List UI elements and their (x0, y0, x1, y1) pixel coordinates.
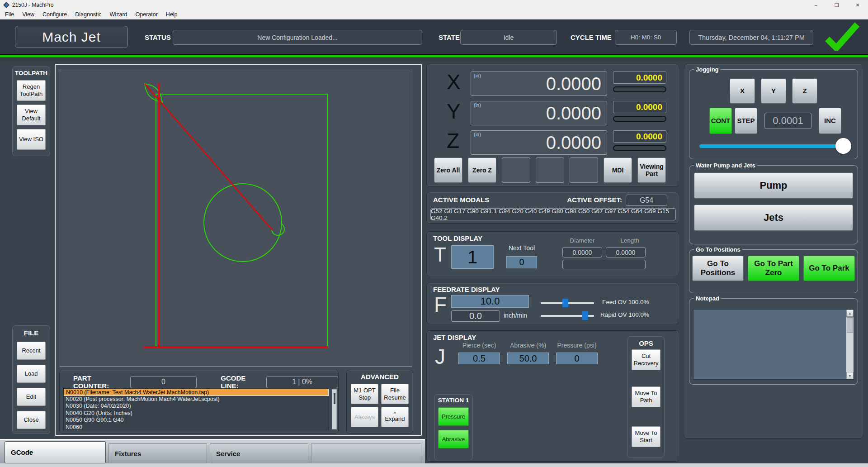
file-recent-button[interactable]: Recent (17, 342, 46, 360)
dro-x-offset-value: 0.0000 (636, 73, 662, 83)
gcode-list-item[interactable]: N0060 (64, 424, 329, 431)
jog-speed-thumb[interactable] (835, 138, 851, 154)
app-icon (3, 2, 9, 8)
menu-bar: File View Configure Diagnostic Wizard Op… (0, 10, 868, 19)
notepad-textarea[interactable]: ▲ ▼ (693, 309, 854, 380)
menu-diagnostic[interactable]: Diagnostic (71, 11, 105, 18)
file-load-button[interactable]: Load (17, 365, 46, 383)
window-title: 2150J - MachPro (12, 2, 53, 8)
rapid-ov-label: Rapid OV 100.0% (600, 311, 649, 318)
next-tool-value[interactable]: 0 (506, 256, 537, 268)
cut-recovery-button[interactable]: Cut Recovery (632, 349, 660, 370)
dro-z[interactable]: (in) 0.0000 (471, 130, 607, 155)
menu-wizard[interactable]: Wizard (106, 11, 132, 18)
go-to-part-zero-button[interactable]: Go To Part Zero (748, 256, 799, 281)
dro-y[interactable]: (in) 0.0000 (471, 101, 607, 125)
notepad-group: Notepad ▲ ▼ (689, 295, 858, 385)
jog-speed-slider[interactable] (699, 144, 842, 148)
pressure-label: Pressure (psi) (552, 342, 601, 349)
go-to-positions-button[interactable]: Go To Positions (692, 256, 744, 281)
expand-button[interactable]: ^ Expand (381, 407, 409, 427)
blank-button-2[interactable] (536, 157, 564, 183)
move-to-start-button[interactable]: Move To Start (632, 426, 660, 447)
menu-view[interactable]: View (18, 11, 38, 18)
title-bar: 2150J - MachPro – ❐ ✕ (0, 0, 868, 10)
jog-y-button[interactable]: Y (761, 78, 786, 104)
scroll-down-icon[interactable]: ▼ (846, 372, 854, 379)
file-resume-button[interactable]: File Resume (381, 384, 409, 404)
gcode-list-item[interactable]: N0020 (Post processor: MachMotion Mach4 … (64, 396, 329, 403)
jog-x-button[interactable]: X (730, 78, 755, 104)
view-default-button[interactable]: View Default (17, 105, 46, 125)
dro-x-value: 0.0000 (546, 72, 601, 95)
feedrate-units: inch/min (504, 312, 527, 319)
menu-operator[interactable]: Operator (132, 11, 162, 18)
dro-x-unit: (in) (474, 73, 481, 78)
length-label: Length (616, 237, 644, 244)
station-abrasive-button[interactable]: Abrasive (438, 430, 469, 448)
active-offset-label: ACTIVE OFFSET: (562, 196, 622, 204)
maximize-button[interactable]: ❐ (826, 0, 847, 10)
rapid-override-thumb[interactable] (582, 311, 588, 320)
menu-file[interactable]: File (1, 11, 18, 18)
tool-display-title: TOOL DISPLAY (433, 234, 482, 242)
zero-z-button[interactable]: Zero Z (468, 157, 496, 183)
minimize-button[interactable]: – (806, 0, 826, 10)
jog-z-button[interactable]: Z (792, 78, 817, 104)
toolpath-canvas[interactable] (60, 69, 412, 367)
feed-override-thumb[interactable] (562, 299, 568, 307)
cycle-time-value: H0: M0: S0 (615, 30, 677, 45)
gcode-list-item[interactable]: N0010 (Filename: Test Mach4 WaterJet Mac… (64, 389, 329, 396)
gcode-list-item[interactable]: N0030 (Date: 04/02/2020) (64, 403, 329, 410)
current-tool-value[interactable]: 1 (451, 245, 494, 269)
blank-button-1[interactable] (502, 157, 530, 183)
dro-y-offset[interactable]: 0.0000 (613, 101, 666, 113)
dro-z-offset[interactable]: 0.0000 (613, 130, 666, 143)
jog-inc-button[interactable]: INC (819, 108, 841, 134)
gcode-scrollbar-thumb[interactable] (334, 393, 335, 404)
go-to-park-button[interactable]: Go To Park (803, 256, 855, 281)
tab-service[interactable]: Service (210, 443, 308, 463)
tab-fixtures[interactable]: Fixtures (108, 443, 207, 463)
jog-increment-value[interactable]: 0.0001 (764, 113, 811, 129)
advanced-title: ADVANCED (347, 373, 413, 381)
tab-gcode[interactable]: GCode (5, 441, 106, 463)
pierce-value[interactable]: 0.5 (458, 353, 500, 364)
station-pressure-button[interactable]: Pressure (438, 407, 469, 426)
gcode-list-scrollbar[interactable] (332, 389, 337, 429)
pump-button[interactable]: Pump (694, 172, 853, 199)
file-edit-button[interactable]: Edit (17, 388, 46, 406)
scroll-up-icon[interactable]: ▲ (846, 310, 854, 317)
jog-cont-button[interactable]: CONT (709, 108, 732, 134)
gcode-list-item[interactable]: N0050 G90 G90.1 G40 (64, 417, 329, 424)
dro-x-offset[interactable]: 0.0000 (613, 71, 666, 84)
zero-all-button[interactable]: Zero All (434, 157, 462, 183)
regen-toolpath-button[interactable]: Regen ToolPath (17, 80, 46, 101)
active-offset-value: G54 (626, 195, 667, 206)
abrasive-value[interactable]: 50.0 (507, 353, 549, 364)
notepad-scrollbar-thumb[interactable] (847, 317, 853, 333)
viewing-part-button[interactable]: Viewing Part (637, 157, 666, 183)
move-to-path-button[interactable]: Move To Path (632, 386, 660, 407)
menu-help[interactable]: Help (162, 11, 182, 18)
gcode-list-item[interactable]: N0040 G20 (Units: Inches) (64, 410, 329, 417)
alexsys-button[interactable]: Alexsys (351, 407, 378, 427)
pressure-value[interactable]: 0 (556, 353, 598, 364)
state-label: STATE (439, 33, 460, 41)
notepad-scrollbar[interactable]: ▲ ▼ (846, 310, 854, 379)
mdi-button[interactable]: MDI (604, 157, 632, 183)
close-button[interactable]: ✕ (847, 0, 868, 10)
blank-button-3[interactable] (570, 157, 598, 183)
jog-step-button[interactable]: STEP (735, 108, 757, 134)
view-iso-button[interactable]: View ISO (17, 129, 46, 150)
diameter-value: 0.0000 (562, 247, 602, 257)
feed-ov-label: Feed OV 100.0% (602, 299, 649, 305)
gcode-list[interactable]: N0010 (Filename: Test Mach4 WaterJet Mac… (63, 388, 329, 430)
file-close-button[interactable]: Close (17, 411, 46, 429)
jet-display-title: JET DISPLAY (433, 334, 476, 341)
dro-x[interactable]: (in) 0.0000 (471, 71, 607, 96)
m1-opt-stop-button[interactable]: M1 OPT Stop (351, 384, 378, 404)
jets-button[interactable]: Jets (694, 205, 853, 231)
feedrate-commanded[interactable]: 10.0 (451, 295, 529, 308)
menu-configure[interactable]: Configure (38, 11, 71, 18)
